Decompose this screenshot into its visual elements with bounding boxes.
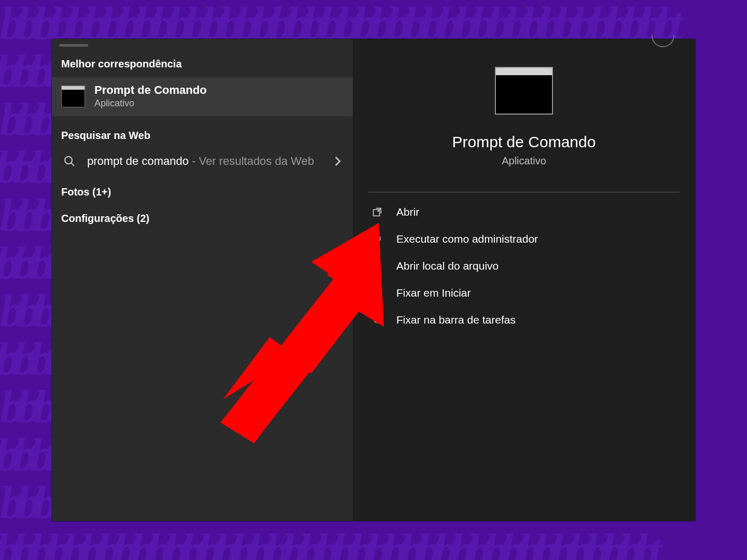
- web-search-query: prompt de comando: [87, 155, 189, 167]
- svg-line-1: [71, 163, 74, 166]
- command-prompt-icon: [61, 86, 85, 107]
- details-actions: Abrir Executar como administrador Abrir …: [353, 199, 695, 333]
- open-icon: [371, 206, 383, 218]
- best-match-text: Prompt de Comando Aplicativo: [94, 83, 206, 109]
- action-pin-start-label: Fixar em Iniciar: [396, 287, 471, 299]
- web-search-suffix: - Ver resultados da Web: [189, 155, 314, 167]
- pin-icon: [371, 314, 383, 326]
- start-search-panel: Melhor correspondência Prompt de Comando…: [52, 39, 695, 521]
- action-run-admin-label: Executar como administrador: [396, 233, 538, 245]
- best-match-title: Prompt de Comando: [94, 83, 206, 97]
- divider: [368, 192, 680, 192]
- details-subtitle: Aplicativo: [502, 155, 546, 167]
- pin-icon: [371, 287, 383, 299]
- action-run-admin[interactable]: Executar como administrador: [365, 226, 683, 253]
- best-match-subtitle: Aplicativo: [94, 98, 206, 109]
- category-photos[interactable]: Fotos (1+): [52, 174, 353, 200]
- search-results-column: Melhor correspondência Prompt de Comando…: [52, 39, 353, 521]
- best-match-item[interactable]: Prompt de Comando Aplicativo: [52, 77, 353, 116]
- web-search-text: prompt de comando - Ver resultados da We…: [87, 153, 322, 170]
- web-search-label: Pesquisar na Web: [52, 116, 353, 153]
- search-icon: [63, 155, 76, 167]
- web-search-result[interactable]: prompt de comando - Ver resultados da We…: [52, 153, 353, 174]
- details-title: Prompt de Comando: [452, 133, 596, 151]
- action-open[interactable]: Abrir: [365, 199, 683, 226]
- shield-admin-icon: [371, 233, 383, 245]
- chevron-right-icon: [333, 154, 342, 169]
- action-pin-start[interactable]: Fixar em Iniciar: [365, 279, 683, 306]
- drag-handle: [59, 44, 88, 47]
- category-settings[interactable]: Configurações (2): [52, 200, 353, 227]
- details-column: Prompt de Comando Aplicativo Abrir Execu…: [353, 39, 695, 521]
- command-prompt-large-icon: [495, 67, 553, 115]
- action-open-location-label: Abrir local do arquivo: [396, 260, 499, 272]
- action-open-label: Abrir: [396, 206, 419, 218]
- action-pin-taskbar[interactable]: Fixar na barra de tarefas: [365, 306, 683, 333]
- action-pin-taskbar-label: Fixar na barra de tarefas: [396, 314, 516, 326]
- folder-location-icon: [371, 260, 383, 272]
- action-open-location[interactable]: Abrir local do arquivo: [365, 253, 683, 279]
- details-hero: Prompt de Comando Aplicativo: [353, 39, 695, 167]
- best-match-label: Melhor correspondência: [52, 54, 353, 77]
- svg-point-0: [65, 157, 72, 164]
